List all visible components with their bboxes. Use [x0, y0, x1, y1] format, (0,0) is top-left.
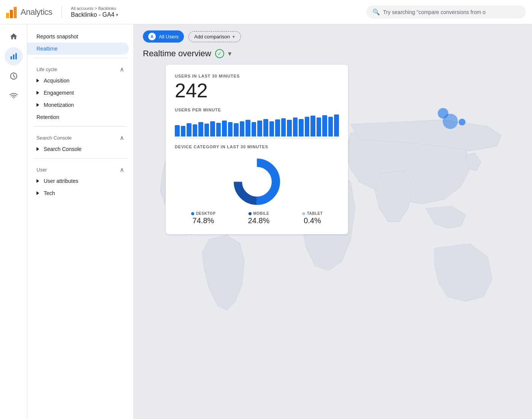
- user-attributes-label: User attributes: [44, 178, 78, 184]
- realtime-label: Realtime: [36, 46, 57, 52]
- bar: [299, 119, 304, 136]
- app-header: Analytics All accounts > Backlinko Backl…: [0, 0, 532, 24]
- users-per-min-label: USERS PER MINUTE: [175, 108, 339, 112]
- property-selector[interactable]: Backlinko - GA4 ▾: [71, 11, 119, 18]
- sidebar-divider-3: [33, 158, 127, 159]
- main-content: Venezuela Colombia Peru Bolivia Chile Ar…: [134, 24, 532, 419]
- tech-label: Tech: [44, 190, 55, 196]
- legend-dot-row: DESKTOP: [191, 211, 216, 216]
- bar: [204, 124, 209, 136]
- triangle-icon: [36, 91, 39, 95]
- bar: [310, 116, 315, 136]
- sidebar-item-engagement[interactable]: Engagement: [27, 87, 129, 99]
- nav-wifi[interactable]: [5, 87, 23, 105]
- user-group-label: User: [36, 167, 47, 173]
- segment-label: All Users: [159, 34, 179, 40]
- bar: [287, 120, 292, 136]
- sidebar-group-user[interactable]: User ∧: [27, 162, 133, 175]
- sidebar-item-retention[interactable]: Retention: [27, 111, 129, 123]
- search-bar[interactable]: 🔍 Try searching "compare conversions fro…: [366, 5, 526, 19]
- sidebar-item-user-attributes[interactable]: User attributes: [27, 175, 129, 187]
- stats-card: USERS IN LAST 30 MINUTES 242 USERS PER M…: [166, 65, 348, 234]
- nav-activity[interactable]: [5, 67, 23, 85]
- device-legend: DESKTOP 74.8% MOBILE 24.8% TABLET 0.4%: [175, 211, 339, 225]
- nav-home[interactable]: [5, 27, 23, 46]
- bar: [281, 118, 286, 136]
- logo: Analytics: [6, 6, 52, 18]
- legend-value: 24.8%: [248, 216, 270, 225]
- user-collapse-icon: ∧: [120, 166, 124, 173]
- property-name: Backlinko - GA4: [71, 11, 115, 18]
- svg-rect-1: [13, 54, 14, 59]
- account-selector[interactable]: All accounts > Backlinko Backlinko - GA4…: [71, 6, 119, 18]
- chart-baseline: [175, 138, 339, 138]
- users-30min-value: 242: [175, 80, 339, 102]
- chevron-down-icon: ▾: [116, 12, 118, 17]
- bar: [275, 119, 280, 136]
- nav-reports[interactable]: [5, 47, 23, 65]
- sidebar-group-search-console[interactable]: Search Console ∧: [27, 130, 133, 143]
- legend-dot: [191, 212, 194, 215]
- bar: [193, 124, 198, 136]
- add-comparison-label: Add comparison: [194, 34, 230, 40]
- plus-icon: +: [232, 34, 235, 40]
- sidebar-item-acquisition[interactable]: Acquisition: [27, 75, 129, 87]
- add-comparison-button[interactable]: Add comparison +: [188, 31, 241, 42]
- engagement-label: Engagement: [44, 90, 74, 96]
- section-heading: Realtime overview ✓ ▾: [143, 49, 523, 59]
- bar: [293, 117, 298, 136]
- bar: [257, 121, 262, 136]
- bar: [198, 122, 203, 136]
- legend-value: 74.8%: [193, 216, 214, 225]
- bar: [240, 121, 245, 136]
- section-dropdown-icon[interactable]: ▾: [228, 49, 231, 58]
- triangle-icon: [36, 103, 39, 107]
- sidebar-item-realtime[interactable]: Realtime: [27, 43, 129, 55]
- search-placeholder: Try searching "compare conversions from …: [383, 9, 486, 15]
- acquisition-label: Acquisition: [44, 78, 70, 84]
- bar: [334, 114, 339, 136]
- bar: [187, 123, 192, 136]
- section-title: Realtime overview: [143, 49, 211, 59]
- monetization-label: Monetization: [44, 102, 74, 108]
- sidebar-item-monetization[interactable]: Monetization: [27, 99, 129, 111]
- sidebar-divider-2: [33, 126, 127, 127]
- donut-chart: [175, 155, 339, 208]
- users-30min-label: USERS IN LAST 30 MINUTES: [175, 74, 339, 78]
- sidebar-group-lifecycle[interactable]: Life cycle ∧: [27, 61, 133, 75]
- sidebar: Reports snapshot Realtime Life cycle ∧ A…: [27, 24, 134, 419]
- bar: [234, 123, 239, 136]
- svg-rect-2: [15, 53, 17, 60]
- bar: [328, 117, 333, 136]
- bar-chart: [175, 114, 339, 136]
- bar: [305, 117, 310, 136]
- sidebar-item-search-console[interactable]: Search Console: [27, 143, 129, 155]
- bar: [317, 117, 321, 136]
- legend-dot-row: MOBILE: [249, 211, 269, 216]
- check-icon: ✓: [215, 49, 224, 58]
- bar: [210, 121, 215, 136]
- content-overlay: A All Users Add comparison + Realtime ov…: [134, 24, 532, 240]
- logo-bar-1: [6, 13, 9, 18]
- bar: [175, 125, 180, 136]
- top-bar: A All Users Add comparison +: [143, 30, 523, 43]
- legend-label: TABLET: [307, 211, 323, 216]
- triangle-icon: [36, 79, 39, 83]
- app-title: Analytics: [21, 7, 52, 17]
- breadcrumb: All accounts > Backlinko: [71, 6, 119, 11]
- triangle-icon: [36, 147, 39, 151]
- svg-point-4: [13, 98, 14, 99]
- user-segment[interactable]: A All Users: [143, 30, 184, 43]
- sidebar-item-reports-snapshot[interactable]: Reports snapshot: [27, 30, 129, 43]
- bar: [252, 122, 256, 136]
- sidebar-item-tech[interactable]: Tech: [27, 187, 129, 199]
- app-body: Reports snapshot Realtime Life cycle ∧ A…: [0, 24, 532, 419]
- retention-label: Retention: [36, 114, 59, 120]
- search-console-collapse-icon: ∧: [120, 134, 124, 141]
- search-icon: 🔍: [372, 8, 380, 16]
- legend-dot: [249, 212, 252, 215]
- legend-dot-row: TABLET: [302, 211, 323, 216]
- reports-snapshot-label: Reports snapshot: [36, 33, 78, 40]
- logo-bar-2: [10, 10, 13, 18]
- svg-rect-0: [10, 56, 12, 59]
